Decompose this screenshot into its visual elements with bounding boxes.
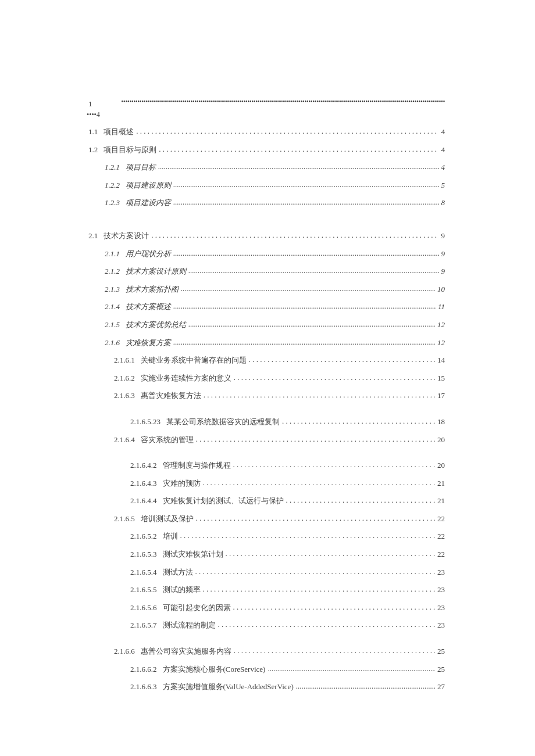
toc-entry-page: 12 — [437, 320, 445, 329]
toc-entry: 1.2.3项目建设内容8 — [88, 198, 445, 207]
toc-entry-number: 2.1.6.5.7 — [130, 621, 157, 630]
toc-entry: 2.1.6.6.2方案实施核心服务(CoreService)25 — [88, 664, 445, 674]
toc-leader — [268, 664, 435, 672]
table-of-contents: 1.1项目概述41.2项目目标与原则41.2.1项目目标41.2.2项目建设原则… — [88, 127, 445, 700]
toc-entry: 2.1.6.5.2培训22 — [88, 531, 445, 541]
toc-entry-page: 14 — [437, 356, 445, 365]
toc-entry-page: 17 — [437, 391, 445, 400]
toc-entry-page: 4 — [441, 163, 445, 172]
toc-entry-number: 1.2.2 — [105, 181, 120, 190]
toc-entry-title: 项目目标 — [126, 163, 156, 172]
toc-entry-number: 2.1.2 — [105, 267, 120, 276]
toc-entry-number: 2.1.1 — [105, 249, 120, 259]
toc-leader — [173, 249, 439, 256]
toc-entry-number: 2.1.6.5.6 — [130, 603, 157, 612]
toc-leader — [158, 162, 439, 170]
toc-leader — [188, 320, 435, 327]
toc-entry-number: 2.1.6.4.3 — [130, 479, 157, 488]
toc-entry-title: 用户现状分析 — [126, 249, 171, 259]
toc-entry-number: 2.1.3 — [105, 285, 120, 294]
toc-entry-page: 27 — [437, 682, 445, 691]
toc-entry-page: 9 — [441, 249, 445, 259]
toc-header: 1 ••••4 — [88, 97, 445, 119]
toc-entry: 2.1.6.6惠普公司容灾实施服务内容25 — [88, 646, 445, 656]
toc-entry: 2.1技术方案设计9 — [88, 231, 445, 241]
toc-entry: 1.2项目目标与原则4 — [88, 145, 445, 155]
toc-entry-number: 1.2 — [88, 145, 98, 155]
toc-leader — [180, 531, 436, 539]
toc-entry-title: 项目建设原则 — [126, 181, 171, 190]
toc-entry-number: 2.1.6.5.5 — [130, 585, 157, 594]
toc-entry-page: 22 — [437, 514, 445, 524]
toc-entry-page: 25 — [437, 647, 445, 656]
toc-entry-title: 技术方案优势总结 — [126, 320, 186, 329]
toc-leader — [286, 496, 436, 503]
toc-entry-title: 项目概述 — [104, 127, 134, 137]
toc-entry-page: 8 — [441, 198, 445, 207]
toc-entry-number: 2.1.6.3 — [114, 391, 135, 400]
toc-entry-title: 关键业务系统中普遍存在的问题 — [141, 356, 247, 365]
toc-leader — [233, 603, 436, 610]
toc-entry-page: 21 — [437, 479, 445, 488]
toc-entry-number: 1.2.3 — [105, 198, 120, 207]
toc-entry: 2.1.4技术方案概述11 — [88, 302, 445, 311]
toc-entry-title: 技术方案设计原则 — [126, 267, 186, 276]
toc-entry: 2.1.6.1关键业务系统中普遍存在的问题14 — [88, 355, 445, 365]
toc-entry-number: 2.1.6 — [105, 338, 120, 347]
toc-entry-number: 1.1 — [88, 127, 98, 137]
toc-entry-number: 2.1.5 — [105, 320, 120, 329]
toc-entry-title: 技术方案设计 — [104, 231, 149, 241]
toc-entry: 2.1.6.4容灾系统的管理20 — [88, 435, 445, 445]
toc-leader — [249, 355, 435, 363]
toc-leader — [203, 478, 436, 486]
toc-entry: 2.1.6灾难恢复方案12 — [88, 338, 445, 347]
toc-leader — [196, 514, 435, 521]
header-number: 1 — [88, 99, 92, 109]
toc-entry-title: 某某公司系统数据容灾的远程复制 — [166, 417, 280, 427]
toc-entry-page: 22 — [437, 532, 445, 541]
toc-leader — [159, 145, 438, 152]
toc-entry-number: 2.1.6.6 — [114, 647, 135, 656]
toc-entry: 2.1.6.5.23某某公司系统数据容灾的远程复制18 — [88, 417, 445, 427]
toc-entry: 2.1.6.2实施业务连续性方案的意义15 — [88, 373, 445, 383]
toc-entry-title: 测试灾难恢第计划 — [163, 550, 223, 559]
toc-entry-title: 技术方案概述 — [126, 302, 171, 311]
toc-leader — [195, 567, 436, 575]
toc-entry-title: 容灾系统的管理 — [141, 435, 194, 445]
toc-entry-number: 2.1.6.4 — [114, 435, 135, 445]
toc-entry-page: 9 — [441, 267, 445, 276]
toc-leader — [218, 620, 436, 628]
toc-entry-page: 23 — [437, 568, 445, 577]
toc-entry: 2.1.6.5.4测试方法23 — [88, 567, 445, 577]
toc-leader — [173, 302, 436, 309]
toc-leader — [204, 390, 435, 398]
toc-entry-page: 21 — [437, 496, 445, 506]
toc-entry-page: 20 — [437, 435, 445, 445]
toc-leader — [181, 284, 435, 292]
toc-entry-title: 管理制度与操作规程 — [163, 461, 231, 470]
toc-leader — [136, 127, 438, 134]
toc-entry: 1.2.2项目建设原则5 — [88, 180, 445, 190]
toc-entry: 2.1.6.5.6可能引起变化的因素23 — [88, 603, 445, 612]
toc-leader — [173, 198, 439, 205]
toc-entry-title: 实施业务连续性方案的意义 — [141, 374, 231, 383]
toc-entry-page: 22 — [437, 550, 445, 559]
toc-leader — [233, 460, 436, 468]
toc-leader — [282, 417, 435, 424]
toc-entry: 2.1.6.4.4灾难恢复计划的测试、试运行与保护21 — [88, 496, 445, 506]
toc-leader — [188, 266, 439, 274]
toc-entry-page: 11 — [438, 302, 445, 311]
toc-entry-page: 10 — [437, 285, 445, 294]
toc-leader — [173, 338, 435, 345]
toc-entry-page: 15 — [437, 374, 445, 383]
toc-entry: 2.1.3技术方案拓扑图10 — [88, 284, 445, 294]
toc-entry-title: 培训 — [163, 532, 178, 541]
toc-leader — [196, 435, 435, 442]
toc-entry: 2.1.6.5.5测试的频率23 — [88, 585, 445, 594]
toc-entry: 2.1.6.5.3测试灾难恢第计划22 — [88, 549, 445, 559]
toc-entry-page: 5 — [441, 181, 445, 190]
toc-entry-number: 2.1.6.5 — [114, 514, 135, 524]
toc-entry-title: 灾难恢复方案 — [126, 338, 171, 347]
toc-leader — [151, 231, 438, 238]
toc-entry-number: 2.1.6.4.2 — [130, 461, 157, 470]
